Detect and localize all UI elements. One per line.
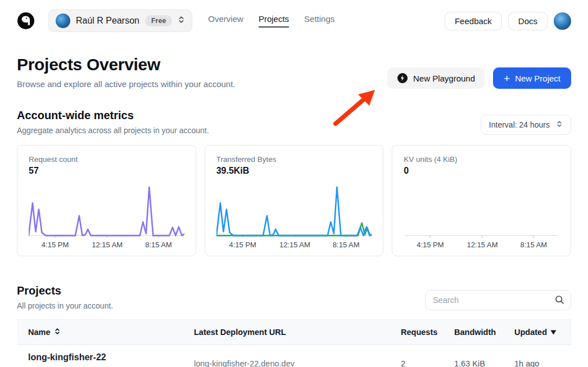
docs-button[interactable]: Docs xyxy=(508,12,548,30)
metric-label: Transferred Bytes xyxy=(216,155,372,164)
x-tick-label: 12:15 AM xyxy=(92,241,123,249)
x-tick-label: 4:15 PM xyxy=(229,241,256,249)
x-tick-label: 8:15 AM xyxy=(520,241,547,249)
metric-chart xyxy=(216,184,372,238)
page-title: Projects Overview xyxy=(17,55,236,74)
metric-cards: Request count574:15 PM12:15 AM8:15 AMTra… xyxy=(17,145,571,256)
project-name[interactable]: long-kingfisher-22 xyxy=(28,345,194,367)
feedback-button[interactable]: Feedback xyxy=(445,12,502,30)
metrics-header: Account-wide metrics Aggregate analytics… xyxy=(17,109,571,135)
metric-chart xyxy=(404,184,559,238)
metric-card-1: Request count574:15 PM12:15 AM8:15 AM xyxy=(17,145,196,256)
table-header-row: NameLatest Deployment URLRequestsBandwid… xyxy=(17,319,571,345)
main-nav: OverviewProjectsSettings xyxy=(208,14,334,28)
x-tick-label: 12:15 AM xyxy=(279,241,310,249)
nav-link-overview[interactable]: Overview xyxy=(208,14,243,28)
page-header: Projects Overview Browse and explore all… xyxy=(17,55,571,89)
metric-value: 39.5KiB xyxy=(216,166,372,176)
plan-badge: Free xyxy=(145,15,172,26)
search-input[interactable] xyxy=(425,290,571,310)
table-row[interactable]: long-kingfisher-22long-kingfisher-22.den… xyxy=(17,345,571,367)
metrics-subtitle: Aggregate analytics across all projects … xyxy=(17,126,209,135)
requests-value: 2 xyxy=(401,345,454,367)
top-bar: Raúl R Pearson Free OverviewProjectsSett… xyxy=(0,0,588,40)
nav-link-settings[interactable]: Settings xyxy=(304,14,334,28)
user-name: Raúl R Pearson xyxy=(76,16,139,26)
plus-icon: + xyxy=(504,73,510,84)
deno-logo-icon[interactable] xyxy=(17,12,35,30)
x-tick-label: 4:15 PM xyxy=(42,241,69,249)
metric-chart xyxy=(29,184,184,238)
sort-icon xyxy=(54,328,61,337)
column-header-name[interactable]: Name xyxy=(28,328,194,337)
metric-value: 57 xyxy=(29,166,184,176)
new-project-button[interactable]: + New Project xyxy=(493,67,571,89)
x-tick-label: 8:15 AM xyxy=(145,241,172,249)
nav-link-projects[interactable]: Projects xyxy=(259,14,289,28)
metric-label: Request count xyxy=(29,155,184,164)
metric-label: KV units (4 KiB) xyxy=(404,155,559,164)
top-actions: Feedback Docs xyxy=(445,12,571,30)
metric-value: 0 xyxy=(404,166,559,176)
sort-desc-icon xyxy=(550,328,557,337)
metrics-title: Account-wide metrics xyxy=(17,109,209,122)
deployment-url[interactable]: long-kingfisher-22.deno.dev xyxy=(194,345,401,367)
user-avatar xyxy=(56,13,70,28)
search-box xyxy=(425,290,571,310)
user-menu[interactable]: Raúl R Pearson Free xyxy=(48,10,192,32)
new-playground-button[interactable]: New Playground xyxy=(387,67,485,89)
x-tick-label: 12:15 AM xyxy=(467,241,498,249)
metric-card-3: KV units (4 KiB)04:15 PM12:15 AM8:15 AM xyxy=(392,145,571,256)
bandwidth-value: 1.63 KiB xyxy=(454,345,514,367)
x-tick-label: 8:15 AM xyxy=(333,241,360,249)
chevron-up-down-icon xyxy=(178,16,185,26)
column-header-latest-deployment-url: Latest Deployment URL xyxy=(194,328,401,337)
column-header-updated[interactable]: Updated xyxy=(514,328,571,337)
projects-title: Projects xyxy=(17,284,113,297)
profile-avatar[interactable] xyxy=(554,12,571,30)
metric-card-2: Transferred Bytes39.5KiB4:15 PM12:15 AM8… xyxy=(205,145,384,256)
projects-header: Projects All projects in your account. xyxy=(17,284,571,310)
column-header-bandwidth: Bandwidth xyxy=(454,328,514,337)
column-header-requests: Requests xyxy=(401,328,454,337)
chevron-up-down-icon xyxy=(556,120,563,129)
interval-select[interactable]: Interval: 24 hours xyxy=(481,115,571,135)
page-subtitle: Browse and explore all active projects w… xyxy=(17,79,236,89)
search-icon xyxy=(555,295,564,307)
lightning-icon xyxy=(397,73,408,84)
projects-subtitle: All projects in your account. xyxy=(17,301,113,310)
projects-table: NameLatest Deployment URLRequestsBandwid… xyxy=(17,319,571,367)
x-tick-label: 4:15 PM xyxy=(417,241,444,249)
updated-value: 1h ago xyxy=(514,345,571,367)
